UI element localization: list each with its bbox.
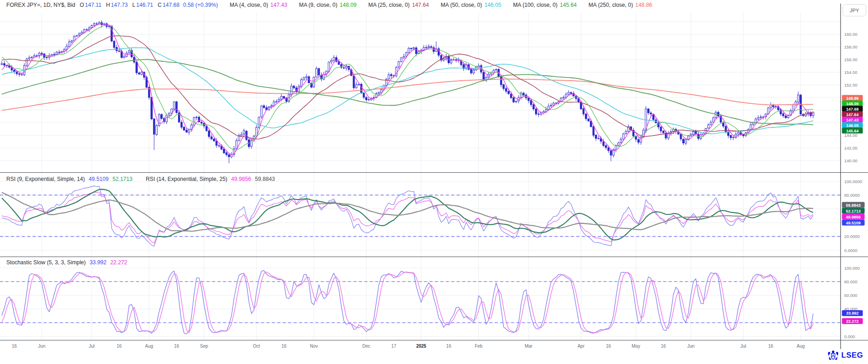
axis-tick-label: 152.00 bbox=[844, 83, 858, 87]
rsi9-sma-line bbox=[2, 189, 813, 240]
ma-legend-value: 148.09 bbox=[340, 2, 357, 8]
x-axis-label: Apr bbox=[578, 344, 585, 349]
x-axis-label: 16 bbox=[446, 344, 452, 349]
rsi2-ma-value: 59.8843 bbox=[255, 176, 275, 182]
lseg-logo: LSEG bbox=[827, 350, 863, 360]
x-axis-label: Aug bbox=[797, 344, 805, 349]
change-value: 0.58 (+0.39%) bbox=[183, 2, 218, 8]
ohlc-key: H bbox=[106, 2, 110, 8]
axis-tick-label: 156.00 bbox=[844, 57, 858, 62]
axis-tick-label: 140.00 bbox=[844, 158, 858, 163]
axis-tick-label: 80.0000 bbox=[844, 193, 860, 198]
axis-badge-value: 33.992 bbox=[846, 311, 859, 315]
chart-legend-bar: FOREX JPY=, 1D, NY$, BidO147.11H147.73L1… bbox=[6, 2, 652, 8]
axis-badge-value: 22.272 bbox=[846, 319, 859, 324]
x-axis-label: Jun bbox=[687, 344, 694, 349]
lseg-logo-text: LSEG bbox=[841, 351, 863, 360]
axis-badge-value: 147.68 bbox=[846, 107, 859, 112]
axis-tick-label: 154.00 bbox=[844, 70, 858, 75]
rsi-legend-bar: RSI (9, Exponential, Simple, 14) 49.5109… bbox=[6, 176, 275, 182]
axis-tick-label: 142.00 bbox=[844, 146, 858, 150]
axis-badge-value: 145.64 bbox=[846, 129, 859, 133]
axis-badges: 148.86148.09147.68147.64147.43146.05145.… bbox=[842, 95, 865, 324]
axis-badge-value: 148.09 bbox=[846, 102, 859, 106]
ma-100-line bbox=[2, 59, 813, 125]
axis-badge-value: 49.5109 bbox=[846, 221, 861, 225]
x-axis-label: 16 bbox=[174, 344, 179, 349]
ma-legend-value: 147.43 bbox=[270, 2, 287, 8]
ma-legend-label[interactable]: MA (25, close, 0) bbox=[368, 2, 410, 8]
rsi1-label[interactable]: RSI (9, Exponential, Simple, 14) bbox=[6, 176, 85, 182]
x-axis-label: Mar bbox=[525, 344, 533, 349]
ma-legend-value: 145.64 bbox=[560, 2, 577, 8]
rsi1-value: 49.5109 bbox=[89, 176, 109, 182]
x-axis-label: Jun bbox=[38, 344, 45, 349]
x-axis-label: 16 bbox=[281, 344, 287, 349]
ma-legend-value: 147.64 bbox=[412, 2, 429, 8]
ohlc-key: O bbox=[80, 2, 84, 8]
stoch-d-value: 22.272 bbox=[111, 259, 127, 266]
rsi1-ma-value: 52.1713 bbox=[112, 176, 132, 182]
axis-badge-value: 49.9856 bbox=[846, 215, 861, 219]
x-axis-label: 16 bbox=[116, 344, 122, 349]
chart-app: 160.00158.00156.00154.00152.00150.00148.… bbox=[0, 0, 868, 364]
axis-tick-label: 100.000 bbox=[844, 266, 860, 271]
axis-tick-label: 144.00 bbox=[844, 133, 858, 138]
x-axis-label: Sep bbox=[200, 344, 208, 349]
ma-legend-items: MA (4, close, 0)147.43MA (9, close, 0)14… bbox=[218, 2, 652, 8]
x-axis-label: 17 bbox=[391, 344, 397, 349]
currency-axis-chip[interactable]: JPY bbox=[843, 4, 866, 16]
ohlc-value: 146.71 bbox=[136, 2, 153, 8]
axis-badge-value: 147.43 bbox=[846, 118, 859, 122]
x-axis-label: Jul bbox=[740, 344, 746, 349]
x-axis-label: Aug bbox=[145, 344, 153, 349]
stoch-k-line bbox=[2, 271, 813, 334]
axis-tick-label: 160.00 bbox=[844, 32, 858, 37]
ma-legend-value: 148.86 bbox=[635, 2, 652, 8]
x-axis-label: Feb bbox=[475, 344, 483, 349]
axis-badge-value: 148.86 bbox=[846, 96, 859, 101]
rsi2-label[interactable]: RSI (14, Exponential, Simple, 25) bbox=[146, 176, 227, 182]
ohlc-values: O147.11H147.73L146.71C147.68 bbox=[75, 2, 179, 8]
symbol-title[interactable]: FOREX JPY=, 1D, NY$, Bid bbox=[6, 2, 75, 8]
ohlc-value: 147.68 bbox=[163, 2, 179, 8]
currency-chip-label: JPY bbox=[849, 8, 859, 13]
stoch-d-line bbox=[2, 272, 813, 333]
ma-legend-value: 146.05 bbox=[484, 2, 501, 8]
ohlc-value: 147.11 bbox=[85, 2, 101, 8]
ma-250-line bbox=[2, 79, 813, 110]
x-axis-label: May bbox=[632, 344, 640, 349]
axis-badge-value: 147.64 bbox=[846, 112, 859, 117]
ma-legend-label[interactable]: MA (100, close, 0) bbox=[513, 2, 557, 8]
axis-tick-label: 100.0000 bbox=[844, 179, 863, 184]
x-axis-label: Jul bbox=[89, 344, 95, 349]
x-axis-label: Oct bbox=[253, 344, 260, 349]
x-axis-label: Dec bbox=[362, 344, 371, 349]
axis-badge-value: 146.05 bbox=[846, 123, 859, 128]
x-axis-label: Nov bbox=[310, 344, 318, 349]
ohlc-value: 147.73 bbox=[111, 2, 128, 8]
ma-legend-label[interactable]: MA (4, close, 0) bbox=[230, 2, 268, 8]
ma-25-line bbox=[2, 36, 813, 139]
axis-tick-label: 0.000 bbox=[844, 334, 855, 339]
ma-legend-label[interactable]: MA (50, close, 0) bbox=[441, 2, 482, 8]
lseg-logo-crest-icon bbox=[827, 350, 839, 360]
x-axis-label: 16 bbox=[768, 344, 774, 349]
axis-badge-value: 52.1713 bbox=[846, 209, 861, 214]
axis-badge-value: 59.8843 bbox=[846, 203, 861, 208]
stoch-legend-bar: Stochastic Slow (5, 3, 3, Simple) 33.992… bbox=[6, 259, 127, 266]
rsi2-value: 49.9856 bbox=[231, 176, 251, 182]
axis-tick-label: 60.000 bbox=[844, 293, 858, 298]
x-axis-label: 2025 bbox=[416, 344, 427, 349]
ohlc-key: L bbox=[132, 2, 135, 8]
ma-legend-label[interactable]: MA (250, close, 0) bbox=[588, 2, 633, 8]
ma-legend-label[interactable]: MA (9, close, 0) bbox=[299, 2, 338, 8]
stoch-label[interactable]: Stochastic Slow (5, 3, 3, Simple) bbox=[6, 259, 86, 266]
candlestick-series bbox=[1, 20, 814, 163]
axis-tick-label: 0.0000 bbox=[844, 248, 858, 253]
x-axis-label: 16 bbox=[12, 344, 17, 349]
axis-tick-label: 158.00 bbox=[844, 44, 858, 49]
ohlc-key: C bbox=[158, 2, 162, 8]
axis-tick-label: 20.0000 bbox=[844, 234, 860, 239]
stoch-k-value: 33.992 bbox=[90, 259, 106, 266]
